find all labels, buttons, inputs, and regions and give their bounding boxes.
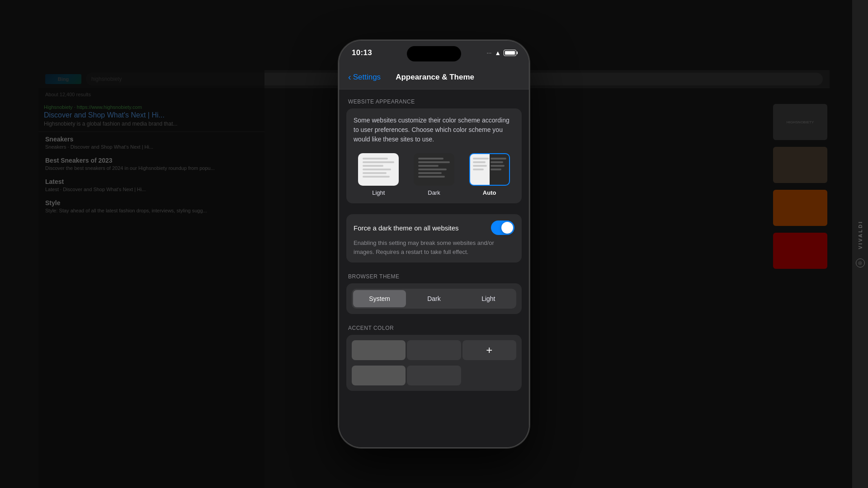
nav-bar: ‹ Settings Appearance & Theme: [339, 65, 529, 89]
back-label: Settings: [353, 73, 381, 82]
theme-options: Light: [354, 153, 514, 196]
auto-theme-preview: [469, 153, 510, 186]
status-icons: ··· ▲: [487, 49, 516, 56]
signal-dots: ···: [487, 51, 492, 56]
browser-theme-segmented: System Dark Light: [352, 289, 516, 309]
website-appearance-section: WEBSITE APPEARANCE Some websites customi…: [346, 99, 522, 203]
accent-color-card: +: [346, 335, 522, 391]
accent-swatch-1[interactable]: [352, 340, 406, 360]
accent-color-section: ACCENT COLOR +: [346, 325, 522, 391]
dark-theme-preview: [414, 153, 454, 186]
page-title: Appearance & Theme: [386, 73, 484, 82]
segment-system[interactable]: System: [353, 290, 406, 307]
accent-swatch-2[interactable]: [407, 340, 461, 360]
phone-screen: ‹ Settings Appearance & Theme WEBSITE AP…: [339, 65, 529, 447]
toggle-knob: [501, 222, 513, 234]
force-dark-section: Force a dark theme on all websites Enabl…: [346, 214, 522, 263]
theme-option-light[interactable]: Light: [358, 153, 399, 196]
browser-theme-label: BROWSER THEME: [346, 273, 522, 280]
status-time: 10:13: [352, 48, 372, 57]
accent-color-label: ACCENT COLOR: [346, 325, 522, 331]
accent-partial-row: [346, 366, 522, 391]
dynamic-island: [407, 46, 461, 61]
settings-scroll-area[interactable]: WEBSITE APPEARANCE Some websites customi…: [339, 89, 529, 447]
force-dark-header: Force a dark theme on all websites: [354, 221, 514, 235]
vivaldi-sidebar: VIVALDI ◎: [852, 0, 868, 488]
vivaldi-brand-text: VIVALDI: [858, 221, 863, 249]
appearance-description: Some websites customize their color sche…: [354, 116, 514, 144]
theme-option-dark[interactable]: Dark: [414, 153, 454, 196]
status-bar: 10:13 ··· ▲: [339, 41, 529, 65]
phone-wrapper: 10:13 ··· ▲ ‹ Settings Appearance & Them…: [339, 41, 529, 447]
auto-theme-name: Auto: [483, 189, 496, 196]
force-dark-toggle[interactable]: [491, 221, 514, 235]
segment-light[interactable]: Light: [462, 290, 515, 307]
appearance-card: Some websites customize their color sche…: [346, 108, 522, 203]
dark-theme-name: Dark: [428, 189, 440, 196]
force-dark-title: Force a dark theme on all websites: [354, 224, 486, 232]
phone-device: 10:13 ··· ▲ ‹ Settings Appearance & Them…: [339, 41, 529, 447]
accent-colors-grid: +: [346, 335, 522, 366]
light-theme-name: Light: [372, 189, 385, 196]
battery-fill: [505, 51, 515, 55]
website-appearance-label: WEBSITE APPEARANCE: [346, 99, 522, 105]
light-theme-preview: [358, 153, 399, 186]
battery-icon: [504, 50, 516, 56]
force-dark-description: Enabling this setting may break some web…: [354, 239, 514, 256]
browser-theme-section: BROWSER THEME System Dark Light: [346, 273, 522, 314]
theme-option-auto[interactable]: Auto: [469, 153, 510, 196]
back-chevron-icon: ‹: [348, 72, 351, 81]
vivaldi-icon: ◎: [856, 258, 865, 267]
wifi-icon: ▲: [495, 49, 501, 56]
accent-swatch-bottom-2[interactable]: [407, 366, 461, 385]
back-button[interactable]: ‹ Settings: [348, 73, 381, 82]
segment-dark[interactable]: Dark: [407, 290, 460, 307]
accent-add-button[interactable]: +: [462, 340, 516, 360]
accent-swatch-bottom-1[interactable]: [352, 366, 406, 385]
browser-theme-card: System Dark Light: [346, 283, 522, 314]
